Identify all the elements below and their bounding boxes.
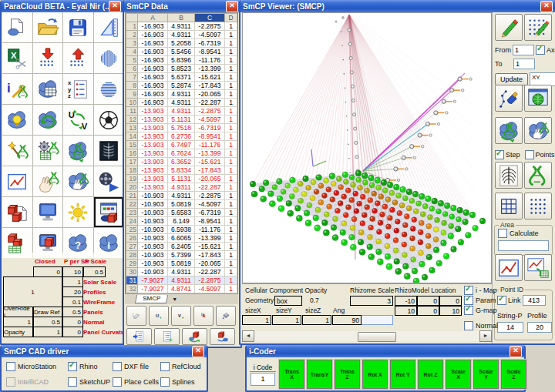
icoder-button-rot-x[interactable]: Rot X <box>362 360 388 389</box>
cell-C5[interactable]: -11.176 <box>195 56 225 65</box>
cell-D25[interactable]: 1 <box>225 226 237 234</box>
paracloud-tool-striped-sphere[interactable] <box>94 74 124 104</box>
cell-B31[interactable]: 4.9311 <box>168 276 195 285</box>
list-add-button[interactable]: + <box>154 328 180 345</box>
param-bot-v-2[interactable]: 0 <box>62 327 83 337</box>
cell-B17[interactable]: 6.3652 <box>168 158 195 166</box>
icode-input[interactable] <box>251 373 275 386</box>
param-mid-2[interactable]: 0.1 <box>62 297 83 307</box>
cad-titlebar[interactable]: SmCP CAD driver ✕ <box>2 345 207 357</box>
paracloud-tool-open-folder[interactable] <box>33 12 63 42</box>
cell-C20[interactable]: -22.287 <box>195 183 225 192</box>
grid-dots-button[interactable] <box>524 193 552 219</box>
row-header-18[interactable]: 18 <box>126 166 138 175</box>
cell-C18[interactable]: -17.843 <box>195 166 225 175</box>
cell-D4[interactable]: 1 <box>225 48 237 56</box>
profile-input[interactable] <box>527 322 552 333</box>
row-header-28[interactable]: 28 <box>126 251 138 260</box>
cell-B27[interactable]: 6.2405 <box>168 243 195 251</box>
sheet-row-32[interactable]: 32-7.90274.8741-4.50971 <box>126 285 237 293</box>
row-header-30[interactable]: 30 <box>126 268 138 276</box>
sheet-row-7[interactable]: 7-16.9035.6371-15.6211 <box>126 73 237 82</box>
sheet-row-17[interactable]: 17-13.9036.3652-15.6211 <box>126 158 237 166</box>
cell-D7[interactable]: 1 <box>225 73 237 82</box>
cell-B21[interactable]: 4.9311 <box>168 192 195 200</box>
cell-A14[interactable]: -13.903 <box>138 132 168 141</box>
icoder-button-scale-y[interactable]: Scale Y <box>473 360 499 389</box>
row-header-31[interactable]: 31 <box>126 276 138 285</box>
paracloud-tool-striped-form[interactable] <box>94 43 124 73</box>
location-0-0[interactable]: -10 <box>395 296 417 306</box>
location-0-1[interactable]: 0 <box>417 296 439 306</box>
cell-B1[interactable]: 4.9311 <box>168 22 195 31</box>
cell-D24[interactable]: 1 <box>225 217 237 226</box>
size-value-0[interactable]: 1 <box>242 315 271 325</box>
cell-D32[interactable]: 1 <box>225 285 237 293</box>
cell-C31[interactable]: -2.2875 <box>195 276 225 285</box>
param-bot-v-0[interactable]: 0.5 <box>62 307 83 317</box>
geometry-field[interactable]: box <box>274 296 302 306</box>
cell-D22[interactable]: 1 <box>225 200 237 209</box>
cell-C32[interactable]: -4.5097 <box>195 285 225 293</box>
sheet-row-26[interactable]: 26-10.9036.6065-13.3991 <box>126 234 237 243</box>
sheet-row-15[interactable]: 15-13.9036.7497-11.1761 <box>126 141 237 149</box>
sheet-row-31[interactable]: 31-7.90274.9311-2.28751 <box>126 276 237 285</box>
cell-D20[interactable]: 1 <box>225 183 237 192</box>
cell-B10[interactable]: 4.9311 <box>168 99 195 107</box>
sheet-row-11[interactable]: 11-13.9034.9311-2.28751 <box>126 107 237 116</box>
param-top-2[interactable]: 0.5 <box>83 266 106 277</box>
cell-C9[interactable]: -20.065 <box>195 90 225 99</box>
cell-C4[interactable]: -8.9541 <box>195 48 225 56</box>
cell-B4[interactable]: 5.5456 <box>168 48 195 56</box>
sheet-row-24[interactable]: 24-10.9036.149-8.95411 <box>126 217 237 226</box>
icoder-button-transy[interactable]: TransY <box>307 360 332 389</box>
cell-D26[interactable]: 1 <box>225 234 237 243</box>
chart-export-button[interactable] <box>524 254 552 281</box>
row-header-19[interactable]: 19 <box>126 175 138 183</box>
cell-D14[interactable]: 1 <box>225 132 237 141</box>
paracloud-tool-save[interactable] <box>63 12 93 42</box>
sheet-row-4[interactable]: 4-16.9035.5456-8.95411 <box>126 48 237 56</box>
cell-A25[interactable]: -10.903 <box>138 226 168 234</box>
location-0-2[interactable]: 0 <box>439 296 462 306</box>
param-bot-c2-0[interactable]: Draw Ref <box>33 307 62 317</box>
chart-line-button[interactable] <box>495 254 523 281</box>
paracloud-tool-cloud-hand-dna[interactable] <box>63 166 93 196</box>
cube-rotate-a-button[interactable] <box>182 328 207 345</box>
icoder-close-button[interactable]: ✕ <box>510 346 522 357</box>
icoder-button-trans-z[interactable]: Trans Z <box>335 360 360 389</box>
paracloud-close-button[interactable]: ✕ <box>109 1 121 12</box>
sheet-row-19[interactable]: 19-13.9035.1131-20.0651 <box>126 175 237 183</box>
cell-B5[interactable]: 5.8396 <box>168 56 195 65</box>
cell-D19[interactable]: 1 <box>225 175 237 183</box>
row-header-17[interactable]: 17 <box>126 158 138 166</box>
row-header-21[interactable]: 21 <box>126 192 138 200</box>
icoder-button-rot-y[interactable]: Rot Y <box>390 360 415 389</box>
param-bot-c2-1[interactable]: 0.5 <box>33 317 62 327</box>
cloud-hand-dna-button[interactable] <box>524 117 552 144</box>
eraser-button[interactable] <box>126 306 146 326</box>
point-id-input[interactable] <box>523 295 546 306</box>
sheet-row-22[interactable]: 22-10.9035.0819-4.50971 <box>126 200 237 209</box>
cell-A31[interactable]: -7.9027 <box>138 276 168 285</box>
paracloud-tool-cloud-dna-update[interactable] <box>63 136 93 166</box>
paracloud-tool-ruler-triangle[interactable] <box>94 12 124 42</box>
col-header-C[interactable]: C <box>195 14 225 22</box>
paracloud-tool-cloud-update[interactable] <box>33 105 63 135</box>
cell-B9[interactable]: 4.9311 <box>168 90 195 99</box>
icoder-button-trans-x[interactable]: Trans X <box>279 360 304 389</box>
param-bot-v-1[interactable]: 0 <box>62 317 83 327</box>
sheet-row-14[interactable]: 14-13.9036.2736-8.95411 <box>126 132 237 141</box>
cad-checkbox-6[interactable] <box>113 377 122 387</box>
link-checkbox[interactable] <box>497 296 506 305</box>
cell-A22[interactable]: -10.903 <box>138 200 168 209</box>
row-header-26[interactable]: 26 <box>126 234 138 243</box>
sheet-row-16[interactable]: 16-13.9036.7624-13.3991 <box>126 149 237 158</box>
icoder-titlebar[interactable]: i-Coder ✕ <box>247 345 524 357</box>
sheet-row-12[interactable]: 12-13.9035.1131-4.50971 <box>126 116 237 124</box>
cad-checkbox-4[interactable] <box>6 377 15 387</box>
size-value-2[interactable]: 1 <box>302 315 331 325</box>
sheet-row-27[interactable]: 27-10.9036.2405-15.6211 <box>126 243 237 251</box>
sheet-row-5[interactable]: 5-16.9035.8396-11.1761 <box>126 56 237 65</box>
cell-A9[interactable]: -16.903 <box>138 90 168 99</box>
